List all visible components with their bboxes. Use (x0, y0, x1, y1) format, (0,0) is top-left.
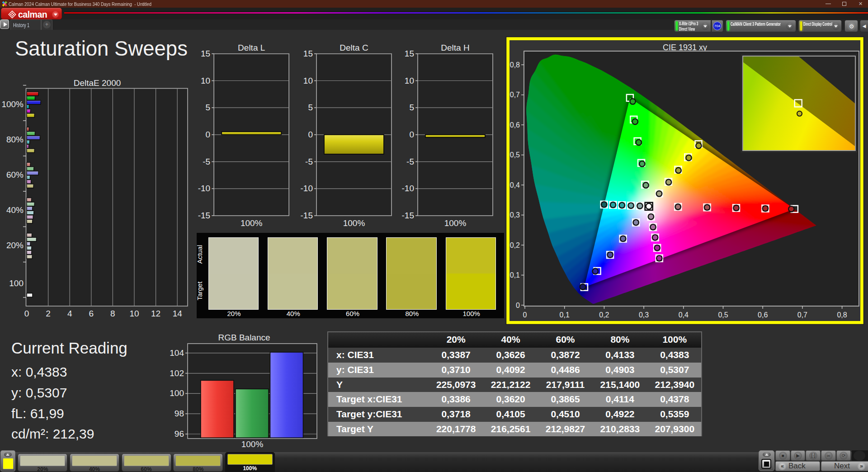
svg-text:0,4: 0,4 (679, 311, 689, 319)
svg-text:0,5: 0,5 (718, 311, 728, 319)
svg-text:0,6: 0,6 (510, 121, 520, 129)
svg-text:0,6: 0,6 (758, 311, 768, 319)
svg-text:0,8: 0,8 (837, 311, 847, 319)
svg-text:0,1: 0,1 (560, 311, 570, 319)
svg-text:0,7: 0,7 (797, 311, 807, 319)
svg-text:0: 0 (516, 302, 520, 309)
svg-text:0,7: 0,7 (510, 91, 520, 99)
svg-text:0,8: 0,8 (510, 61, 520, 69)
svg-text:0,5: 0,5 (510, 151, 520, 159)
svg-text:0,2: 0,2 (510, 241, 520, 249)
svg-text:0,4: 0,4 (510, 181, 520, 189)
svg-text:0,1: 0,1 (510, 271, 520, 279)
svg-text:0,3: 0,3 (639, 311, 649, 319)
svg-text:0,3: 0,3 (510, 211, 520, 219)
svg-text:0,2: 0,2 (599, 311, 609, 319)
svg-text:0: 0 (523, 311, 527, 319)
